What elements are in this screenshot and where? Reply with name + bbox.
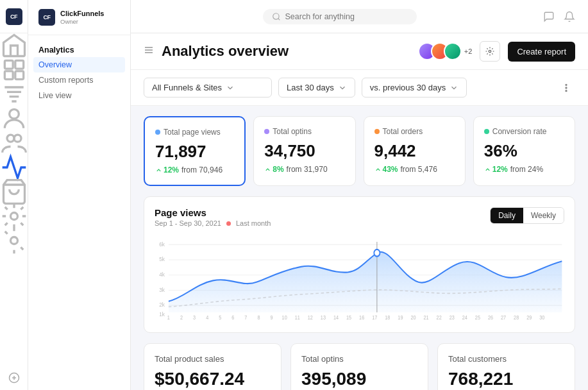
svg-text:14: 14 <box>333 314 339 321</box>
svg-text:28: 28 <box>514 314 519 321</box>
svg-point-18 <box>489 50 492 53</box>
stat-change-4: 12% from 24% <box>484 165 564 174</box>
add-button-icon[interactable] <box>0 366 28 390</box>
filter-more-button[interactable] <box>557 79 575 97</box>
stat-card-optins[interactable]: Total optins 34,750 8% from 31,970 <box>253 116 355 186</box>
sidebar-header: CF ClickFunnels Owner <box>28 0 130 35</box>
nav-audience-icon[interactable] <box>0 131 28 155</box>
stats-section: Total page views 71,897 12% from 70,946 <box>131 106 588 196</box>
svg-text:3k: 3k <box>159 286 165 293</box>
search-box[interactable] <box>263 9 417 24</box>
svg-text:15: 15 <box>346 314 352 321</box>
sidebar-logo-icon: CF <box>38 9 55 26</box>
chat-icon[interactable] <box>543 11 555 22</box>
svg-text:26: 26 <box>488 314 494 321</box>
svg-text:8: 8 <box>257 314 260 321</box>
chart-subtitle: Sep 1 - Sep 30, 2021 Last month <box>155 219 271 227</box>
chart-card: Page views Sep 1 - Sep 30, 2021 Last mon… <box>144 196 575 333</box>
create-report-button[interactable]: Create report <box>508 42 575 62</box>
svg-point-6 <box>14 135 21 142</box>
svg-point-34 <box>374 250 380 257</box>
svg-point-13 <box>273 13 278 19</box>
bell-icon[interactable] <box>564 11 575 22</box>
svg-text:22: 22 <box>437 314 442 321</box>
svg-text:23: 23 <box>449 314 455 321</box>
weekly-toggle-button[interactable]: Weekly <box>523 208 564 223</box>
bottom-card-value-2: 768,221 <box>448 369 564 389</box>
svg-text:10: 10 <box>282 314 288 321</box>
bottom-card-optins: Total optins 395,089 28% from 284,465 <box>290 343 428 390</box>
svg-text:6k: 6k <box>159 241 165 248</box>
nav-analytics-icon[interactable] <box>0 155 28 180</box>
svg-text:24: 24 <box>462 314 468 321</box>
svg-text:4k: 4k <box>159 271 165 278</box>
svg-text:1k: 1k <box>159 311 165 318</box>
stat-card-conversion[interactable]: Conversion rate 36% 12% from 24% <box>473 116 575 186</box>
svg-rect-1 <box>15 60 23 69</box>
page-title: Analytics overview <box>162 43 418 60</box>
svg-text:3: 3 <box>193 314 196 321</box>
sidebar-link-overview[interactable]: Overview <box>33 57 125 72</box>
svg-text:17: 17 <box>372 314 378 321</box>
daily-toggle-button[interactable]: Daily <box>491 208 523 223</box>
nav-automations-icon[interactable] <box>0 204 28 228</box>
topbar-icons <box>543 11 575 22</box>
stat-dot-2 <box>264 129 269 134</box>
svg-text:27: 27 <box>501 314 507 321</box>
sidebar-section-label: Analytics <box>28 42 130 57</box>
header-right: +2 Create report <box>418 41 575 62</box>
svg-text:19: 19 <box>398 314 403 321</box>
chart-section: Page views Sep 1 - Sep 30, 2021 Last mon… <box>131 196 588 343</box>
stat-dot <box>155 130 160 135</box>
nav-pages-icon[interactable] <box>0 58 28 82</box>
logo-icon: CF <box>6 8 22 25</box>
nav-store-icon[interactable] <box>0 180 28 204</box>
sidebar-link-custom-reports[interactable]: Custom reports <box>28 72 130 88</box>
chart-toggle-group: Daily Weekly <box>490 207 564 224</box>
nav-home-icon[interactable] <box>0 33 28 58</box>
svg-text:18: 18 <box>385 314 391 321</box>
bottom-card-sales: Total product sales $50,667.24 12% from … <box>144 343 281 390</box>
svg-text:5k: 5k <box>159 256 165 263</box>
stat-dot-3 <box>374 129 380 134</box>
chevron-down-icon-2 <box>338 83 347 92</box>
stat-change: 12% from 70,946 <box>155 165 234 174</box>
nav-contacts-icon[interactable] <box>0 106 28 131</box>
chevron-down-icon-3 <box>449 83 458 92</box>
settings-gear-button[interactable] <box>480 41 500 62</box>
stat-dot-4 <box>484 129 489 134</box>
search-icon <box>272 12 281 21</box>
bottom-card-title-1: Total optins <box>301 354 417 364</box>
chart-header: Page views Sep 1 - Sep 30, 2021 Last mon… <box>155 207 564 227</box>
bottom-card-value-0: $50,667.24 <box>155 369 271 389</box>
filters-bar: All Funnels & Sites Last 30 days vs. pre… <box>131 70 588 106</box>
hamburger-icon[interactable] <box>144 45 154 58</box>
period-filter[interactable]: Last 30 days <box>278 78 355 98</box>
svg-text:5: 5 <box>219 314 222 321</box>
stat-value-4: 36% <box>484 141 564 161</box>
nav-settings-icon[interactable] <box>0 228 28 253</box>
svg-text:9: 9 <box>271 314 274 321</box>
topbar <box>131 0 588 33</box>
search-input[interactable] <box>285 12 401 21</box>
stat-card-page-views[interactable]: Total page views 71,897 12% from 70,946 <box>144 116 246 186</box>
stat-card-orders[interactable]: Total orders 9,442 43% from 5,476 <box>364 116 466 186</box>
stats-grid: Total page views 71,897 12% from 70,946 <box>144 116 575 186</box>
avatar-3 <box>444 42 462 60</box>
brand-name: ClickFunnels <box>60 10 104 17</box>
brand-role: Owner <box>60 18 104 25</box>
svg-text:4: 4 <box>206 314 209 321</box>
stat-change-2: 8% from 31,970 <box>264 165 344 174</box>
nav-funnels-icon[interactable] <box>0 82 28 106</box>
svg-text:12: 12 <box>308 314 314 321</box>
svg-rect-2 <box>4 71 13 80</box>
main-content: Analytics overview +2 Create report <box>131 0 588 390</box>
bottom-section: Total product sales $50,667.24 12% from … <box>131 343 588 390</box>
bottom-card-value-1: 395,089 <box>301 369 417 389</box>
svg-text:29: 29 <box>526 314 532 321</box>
sidebar-link-live-view[interactable]: Live view <box>28 88 130 103</box>
funnel-filter[interactable]: All Funnels & Sites <box>144 78 272 98</box>
compare-filter[interactable]: vs. previous 30 days <box>362 78 467 98</box>
svg-text:16: 16 <box>359 314 365 321</box>
scroll-area: Analytics overview +2 Create report <box>131 33 588 390</box>
